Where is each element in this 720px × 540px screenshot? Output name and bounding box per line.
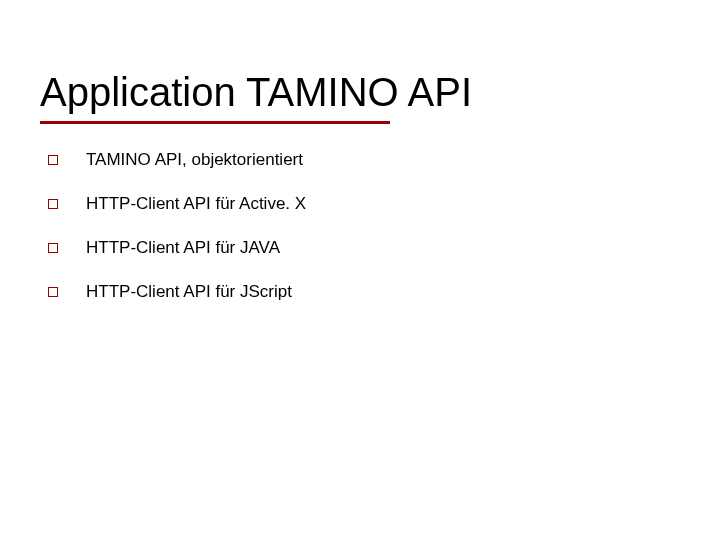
square-bullet-icon [48, 199, 58, 209]
bullet-text: HTTP-Client API für JScript [86, 282, 292, 302]
square-bullet-icon [48, 155, 58, 165]
square-bullet-icon [48, 243, 58, 253]
bullet-text: HTTP-Client API für Active. X [86, 194, 306, 214]
list-item: TAMINO API, objektorientiert [40, 150, 680, 170]
bullet-text: HTTP-Client API für JAVA [86, 238, 280, 258]
square-bullet-icon [48, 287, 58, 297]
slide: Application TAMINO API TAMINO API, objek… [0, 0, 720, 540]
bullet-text: TAMINO API, objektorientiert [86, 150, 303, 170]
list-item: HTTP-Client API für JAVA [40, 238, 680, 258]
list-item: HTTP-Client API für JScript [40, 282, 680, 302]
list-item: HTTP-Client API für Active. X [40, 194, 680, 214]
bullet-list: TAMINO API, objektorientiert HTTP-Client… [40, 150, 680, 302]
title-underline [40, 121, 390, 124]
slide-title: Application TAMINO API [40, 70, 680, 115]
